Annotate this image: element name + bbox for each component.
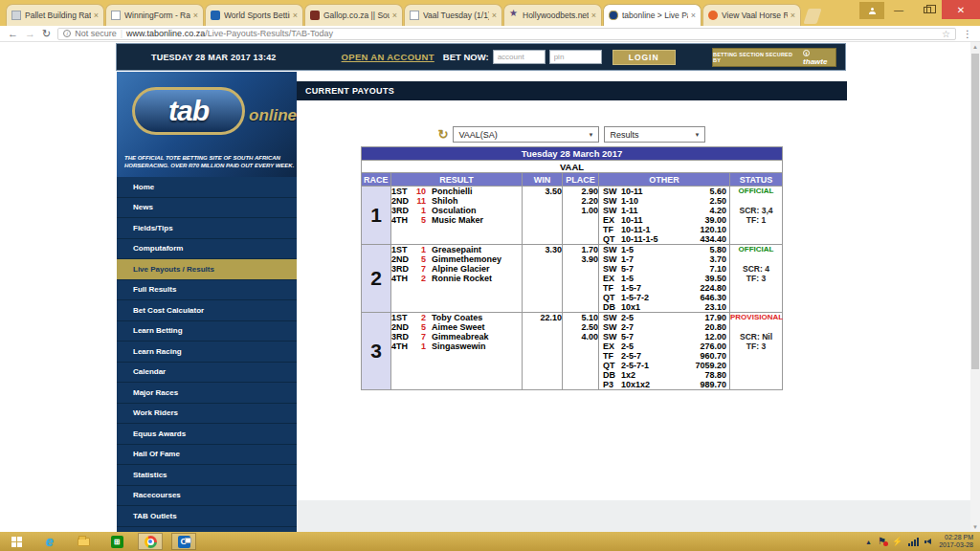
table-date-header: Tuesday 28 March 2017 bbox=[361, 147, 782, 161]
bet-combination: 2-5 bbox=[621, 342, 700, 351]
view-select[interactable]: Results ▼ bbox=[604, 126, 705, 143]
track-select[interactable]: VAAL(SA) ▼ bbox=[453, 126, 599, 143]
result-line: 3RD7Alpine Glacier bbox=[391, 264, 522, 274]
omnibox-divider: | bbox=[121, 29, 122, 38]
address-bar[interactable]: i Not secure | www.tabonline.co.za/Live-… bbox=[57, 28, 956, 40]
sidebar-item-news[interactable]: News bbox=[117, 198, 297, 219]
chrome-taskbar-button[interactable] bbox=[138, 533, 163, 550]
minimize-button[interactable]: — bbox=[884, 0, 913, 19]
tab-close-icon[interactable]: × bbox=[94, 11, 99, 20]
sidebar-item-fields-tips[interactable]: Fields/Tips bbox=[117, 218, 297, 239]
page-scrollbar[interactable]: ▲ ▼ bbox=[970, 42, 980, 532]
sidebar-item-racecourses[interactable]: Racecourses bbox=[117, 486, 297, 507]
sidebar-item-computaform[interactable]: Computaform bbox=[117, 239, 297, 260]
finish-position: 1ST bbox=[391, 245, 412, 254]
taskbar-clock[interactable]: 02:28 PM 2017-03-28 bbox=[939, 534, 973, 549]
chrome-menu-icon[interactable]: ⋮ bbox=[963, 29, 972, 39]
sidebar-item-learn-betting[interactable]: Learn Betting bbox=[117, 321, 297, 342]
sidebar-item-work-riders[interactable]: Work Riders bbox=[117, 404, 297, 425]
browser-tab[interactable]: World Sports Bettin× bbox=[205, 4, 303, 26]
browser-tab[interactable]: Vaal Tuesday (1/1) -× bbox=[404, 4, 502, 26]
reload-icon[interactable]: ↻ bbox=[42, 29, 51, 39]
action-center-flag-icon[interactable]: ⚑ bbox=[878, 537, 886, 546]
bet-amount: 3.70 bbox=[709, 254, 729, 264]
sidebar-item-tab-outlets[interactable]: TAB Outlets bbox=[117, 506, 297, 527]
volume-icon[interactable] bbox=[924, 538, 933, 546]
bookmark-star-icon[interactable]: ☆ bbox=[942, 29, 950, 39]
sidebar-item-major-races[interactable]: Major Races bbox=[117, 383, 297, 404]
result-line: 4TH1Singaswewin bbox=[391, 342, 522, 351]
tab-title: View Vaal Horse Ra bbox=[722, 11, 788, 20]
result-line: 1ST2Toby Coates bbox=[391, 313, 522, 322]
horse-name: Alpine Glacier bbox=[432, 264, 490, 274]
sidebar-item-learn-racing[interactable]: Learn Racing bbox=[117, 342, 297, 363]
internet-explorer-button[interactable]: e bbox=[37, 533, 62, 550]
tab-close-icon[interactable]: × bbox=[392, 11, 397, 20]
tab-logo[interactable]: tab bbox=[132, 87, 245, 135]
login-button[interactable]: LOGIN bbox=[612, 50, 676, 65]
scrollbar-thumb[interactable] bbox=[971, 54, 979, 369]
browser-toolbar: ← → ↻ i Not secure | www.tabonline.co.za… bbox=[0, 26, 980, 42]
bet-now-label: BET NOW: bbox=[443, 52, 489, 62]
browser-tab[interactable]: tabonline > Live Pay× bbox=[603, 4, 702, 26]
scroll-up-icon[interactable]: ▲ bbox=[970, 42, 980, 52]
browser-tab[interactable]: Pallet Building Rate× bbox=[6, 4, 104, 26]
finish-position: 4TH bbox=[391, 215, 412, 225]
sidebar-item-calendar[interactable]: Calendar bbox=[117, 363, 297, 384]
finish-position: 2ND bbox=[391, 322, 412, 332]
horse-name: Ronnie Rocket bbox=[432, 274, 492, 283]
tab-close-icon[interactable]: × bbox=[193, 11, 198, 20]
account-field[interactable] bbox=[493, 50, 546, 64]
tab-close-icon[interactable]: × bbox=[691, 11, 696, 20]
bet-amount: 39.50 bbox=[704, 274, 729, 283]
bet-type: DB bbox=[599, 302, 621, 312]
sidebar-item-equus-awards[interactable]: Equus Awards bbox=[117, 424, 297, 445]
tray-expand-icon[interactable]: ▲ bbox=[865, 539, 872, 545]
open-account-link[interactable]: OPEN AN ACCOUNT bbox=[342, 52, 434, 62]
place-value: 3.90 bbox=[563, 254, 598, 264]
tab-close-icon[interactable]: × bbox=[591, 11, 596, 20]
network-signal-icon[interactable] bbox=[908, 538, 919, 546]
bet-type: EX bbox=[599, 274, 621, 283]
browser-tab[interactable]: View Vaal Horse Ra× bbox=[702, 4, 801, 26]
back-icon[interactable]: ← bbox=[8, 29, 18, 39]
windows-store-button[interactable]: ⊞ bbox=[104, 533, 129, 550]
horse-number: 2 bbox=[412, 274, 426, 283]
horse-number: 11 bbox=[412, 196, 426, 206]
other-payout-line: EX1-539.50 bbox=[599, 274, 729, 283]
sidebar-item-statistics[interactable]: Statistics bbox=[117, 465, 297, 486]
browser-tab[interactable]: Hollywoodbets.net -× bbox=[503, 4, 602, 26]
file-explorer-button[interactable] bbox=[71, 533, 96, 550]
tab-close-icon[interactable]: × bbox=[492, 11, 497, 20]
start-button[interactable] bbox=[4, 533, 29, 550]
pin-field[interactable] bbox=[549, 50, 602, 64]
sidebar-item-label: Statistics bbox=[133, 471, 167, 479]
browser-tab[interactable]: WinningForm - Rac× bbox=[105, 4, 204, 26]
other-payout-line: SW2-517.90 bbox=[599, 313, 729, 322]
power-icon[interactable]: ⚡ bbox=[892, 537, 902, 546]
forward-icon[interactable]: → bbox=[25, 29, 35, 39]
chrome-icon bbox=[145, 536, 157, 548]
sidebar-item-full-results[interactable]: Full Results bbox=[117, 280, 297, 301]
profile-button[interactable] bbox=[859, 2, 884, 19]
new-tab-button[interactable] bbox=[803, 9, 821, 24]
horse-number: 10 bbox=[412, 187, 426, 196]
tab-close-icon[interactable]: × bbox=[293, 11, 298, 20]
sidebar-item-bet-cost-calculator[interactable]: Bet Cost Calculator bbox=[117, 300, 297, 321]
info-icon[interactable]: i bbox=[63, 30, 71, 37]
scroll-down-icon[interactable]: ▼ bbox=[970, 522, 980, 532]
sidebar-item-live-payouts-results[interactable]: Live Payouts / Results bbox=[117, 259, 297, 280]
outlook-taskbar-button[interactable]: O bbox=[171, 533, 196, 550]
tab-close-icon[interactable]: × bbox=[791, 11, 795, 20]
sidebar-item-home[interactable]: Home bbox=[117, 177, 297, 198]
sidebar-item-label: Live Payouts / Results bbox=[133, 265, 214, 274]
refresh-icon[interactable]: ↻ bbox=[438, 128, 449, 141]
bet-amount: 276.00 bbox=[700, 342, 729, 351]
close-button[interactable]: ✕ bbox=[942, 0, 980, 19]
sidebar-item-hall-of-fame[interactable]: Hall Of Fame bbox=[117, 445, 297, 466]
internet-explorer-icon: e bbox=[46, 534, 54, 549]
browser-tab[interactable]: Gallop.co.za || Sout× bbox=[304, 4, 403, 26]
restore-button[interactable] bbox=[913, 0, 942, 19]
windows-logo-icon bbox=[11, 537, 22, 547]
bet-amount: 5.80 bbox=[709, 245, 729, 254]
